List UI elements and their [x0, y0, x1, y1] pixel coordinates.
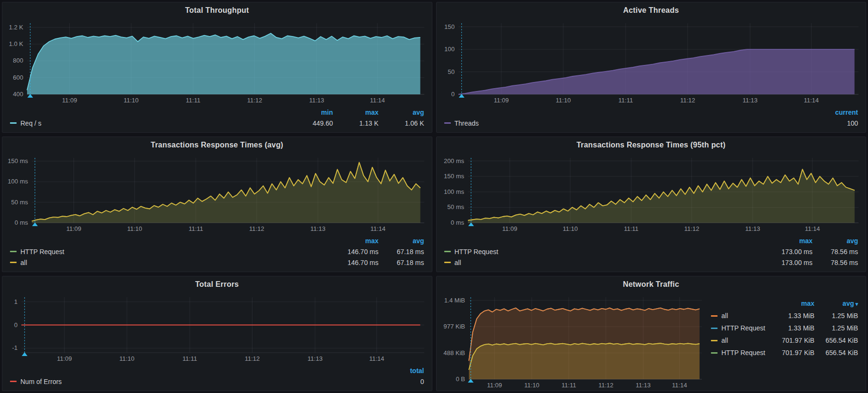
legend-value-max: 173.00 ms — [767, 259, 812, 266]
legend-value-max: 1.33 MiB — [771, 312, 814, 320]
legend-value-current: 100 — [812, 119, 858, 127]
series-name[interactable]: all — [721, 312, 728, 320]
legend-col-max[interactable]: max — [333, 237, 379, 245]
x-tick-label: 11:13 — [310, 225, 326, 232]
x-tick-label: 11:12 — [249, 225, 264, 232]
x-tick-label: 11:11 — [561, 382, 576, 389]
panel-response-times-95pct: Transactions Response Times (95th pct) 0… — [436, 137, 867, 272]
x-tick-label: 11:11 — [186, 97, 201, 104]
legend-row: Num of Errors 0 — [10, 376, 424, 387]
legend-col-avg[interactable]: avg▾ — [814, 300, 858, 307]
chart-canvas[interactable]: 4006008001.0 K1.2 K11:0911:1011:1111:121… — [5, 18, 427, 106]
y-tick-label: 600 — [13, 74, 23, 81]
legend-col-avg[interactable]: avg — [379, 237, 424, 245]
legend-value-avg: 78.56 ms — [812, 248, 858, 256]
panel-header[interactable]: Total Errors — [2, 276, 432, 292]
series-name[interactable]: HTTP Request — [455, 248, 498, 256]
series-swatch-icon — [444, 262, 451, 263]
y-tick-label: 50 — [448, 68, 454, 75]
legend-col-avg[interactable]: avg — [379, 109, 424, 116]
series-name[interactable]: HTTP Request — [721, 324, 765, 332]
series-name[interactable]: Req / s — [20, 119, 41, 127]
legend-value-max: 1.13 K — [333, 119, 379, 127]
panel-header[interactable]: Total Throughput — [2, 2, 432, 18]
x-tick-label: 11:09 — [494, 97, 509, 104]
panel-header[interactable]: Transactions Response Times (95th pct) — [437, 137, 866, 153]
chart-canvas[interactable]: 0 ms50 ms100 ms150 ms11:0911:1011:1111:1… — [5, 153, 427, 234]
y-tick-label: 200 ms — [444, 157, 464, 165]
y-tick-label: 977 KiB — [443, 323, 465, 330]
legend-col-max[interactable]: max — [771, 300, 814, 307]
y-tick-label: 1.4 MiB — [444, 297, 465, 304]
chart-canvas[interactable]: 0 ms50 ms100 ms150 ms200 ms11:0911:1011:… — [439, 153, 861, 234]
legend-value-max: 1.33 MiB — [771, 324, 814, 332]
panel-header[interactable]: Transactions Response Times (avg) — [2, 137, 432, 153]
legend-table: max avg▾ all 1.33 MiB 1.25 MiB — [709, 292, 866, 391]
legend-col-min[interactable]: min — [288, 109, 333, 116]
x-tick-label: 11:11 — [188, 225, 203, 232]
y-tick-label: 50 ms — [447, 203, 464, 210]
legend-value-max: 146.70 ms — [333, 248, 379, 256]
legend-col-avg[interactable]: avg — [812, 237, 858, 245]
series-swatch-icon — [10, 122, 17, 124]
series-swatch-icon — [711, 315, 718, 317]
throughput-chart[interactable]: 4006008001.0 K1.2 K11:0911:1011:1111:121… — [5, 18, 427, 106]
y-tick-label: 150 ms — [444, 173, 464, 180]
series-swatch-icon — [444, 122, 451, 124]
y-tick-label: 100 ms — [8, 178, 28, 185]
panel-title: Transactions Response Times (avg) — [151, 141, 283, 149]
y-tick-label: 0 B — [456, 375, 465, 383]
x-tick-label: 11:09 — [502, 225, 517, 232]
legend-value-min: 449.60 — [288, 119, 333, 127]
chart-canvas[interactable]: 05010015011:0911:1011:1111:1211:1311:14 — [439, 18, 861, 106]
panel-network-traffic: Network Traffic 0 B488 KiB977 KiB1.4 MiB… — [436, 276, 867, 391]
legend-header-row: current — [444, 107, 859, 118]
y-tick-label: 150 — [444, 23, 455, 30]
x-tick-label: 11:13 — [309, 97, 324, 104]
series-name[interactable]: Num of Errors — [20, 378, 62, 385]
chart-canvas[interactable]: -10111:0911:1011:1111:1211:1311:14 — [5, 292, 427, 364]
panel-title: Active Threads — [623, 6, 679, 15]
panel-header[interactable]: Active Threads — [437, 2, 866, 18]
panel-title: Network Traffic — [623, 280, 679, 289]
x-tick-label: 11:10 — [120, 355, 135, 362]
response-times-avg-chart[interactable]: 0 ms50 ms100 ms150 ms11:0911:1011:1111:1… — [5, 153, 427, 234]
legend-table: max avg HTTP Request 173.00 ms 78.56 ms … — [437, 234, 866, 272]
legend-col-max[interactable]: max — [767, 237, 812, 245]
x-tick-label: 11:09 — [487, 382, 502, 389]
y-tick-label: 1.2 K — [9, 24, 24, 31]
legend-value-max: 701.97 KiB — [771, 337, 814, 344]
grafana-dashboard: Total Throughput 4006008001.0 K1.2 K11:0… — [0, 0, 868, 393]
series-name[interactable]: all — [455, 259, 461, 266]
legend-value-max: 173.00 ms — [767, 248, 812, 256]
legend-col-total[interactable]: total — [379, 367, 424, 375]
series-swatch-icon — [10, 251, 17, 252]
x-tick-label: 11:13 — [745, 225, 760, 232]
x-tick-label: 11:13 — [308, 355, 323, 362]
network-traffic-chart[interactable]: 0 B488 KiB977 KiB1.4 MiB11:0911:1011:111… — [439, 292, 705, 391]
series-name[interactable]: Threads — [455, 119, 479, 127]
series-name[interactable]: all — [20, 259, 27, 266]
x-tick-label: 11:10 — [127, 225, 142, 232]
chart-canvas[interactable]: 0 B488 KiB977 KiB1.4 MiB11:0911:1011:111… — [439, 292, 705, 391]
legend-col-current[interactable]: current — [812, 109, 858, 116]
response-times-95pct-chart[interactable]: 0 ms50 ms100 ms150 ms200 ms11:0911:1011:… — [439, 153, 861, 234]
legend-row: all 173.00 ms 78.56 ms — [444, 257, 859, 268]
legend-header-row: total — [10, 365, 424, 376]
series-name[interactable]: HTTP Request — [721, 349, 765, 356]
panel-title: Total Errors — [195, 280, 239, 289]
series-swatch-icon — [711, 340, 718, 341]
threads-chart[interactable]: 05010015011:0911:1011:1111:1211:1311:14 — [439, 18, 861, 106]
series-name[interactable]: HTTP Request — [20, 248, 64, 256]
panel-title: Transactions Response Times (95th pct) — [577, 141, 726, 149]
x-tick-label: 11:12 — [245, 355, 260, 362]
errors-chart[interactable]: -10111:0911:1011:1111:1211:1311:14 — [5, 292, 427, 364]
legend-col-max[interactable]: max — [333, 109, 379, 116]
series-area — [27, 33, 420, 94]
legend-table: total Num of Errors 0 — [2, 364, 432, 391]
y-tick-label: 0 — [14, 321, 18, 329]
x-tick-label: 11:14 — [370, 97, 385, 104]
y-tick-label: 100 ms — [444, 188, 464, 195]
panel-header[interactable]: Network Traffic — [437, 276, 866, 292]
series-name[interactable]: all — [721, 337, 728, 344]
